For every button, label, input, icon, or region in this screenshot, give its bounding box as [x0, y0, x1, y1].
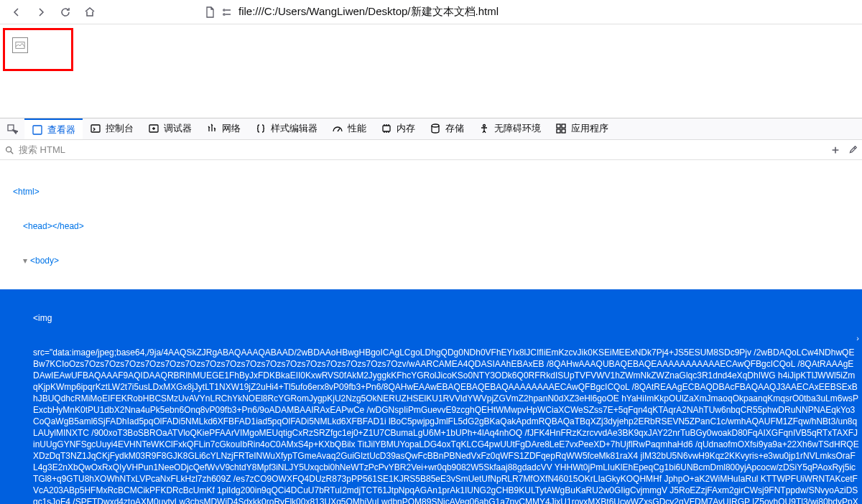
home-button[interactable]: [79, 2, 101, 22]
svg-rect-4: [33, 126, 42, 134]
svg-point-8: [432, 124, 439, 127]
url-text: file:///C:/Users/WangLiwen/Desktop/新建文本文…: [238, 5, 499, 19]
eyedropper-icon[interactable]: [848, 145, 858, 155]
reload-button[interactable]: [55, 2, 76, 22]
svg-point-9: [483, 124, 486, 126]
tab-memory[interactable]: 内存: [374, 118, 422, 139]
pick-element-button[interactable]: [0, 118, 24, 139]
page-viewport: [0, 24, 862, 118]
permissions-icon: [221, 6, 233, 18]
svg-rect-13: [562, 129, 565, 133]
tab-performance[interactable]: 性能: [325, 118, 374, 139]
tab-accessibility[interactable]: 无障碍环境: [471, 118, 548, 139]
tab-storage[interactable]: 存储: [422, 118, 471, 139]
devtools-panel: 查看器 控制台 调试器 网络 样式编辑器 性能 内存 存储 无障碍环境 应用程序…: [0, 118, 862, 504]
svg-point-0: [223, 9, 225, 10]
scroll-indicator: ›: [855, 332, 861, 344]
highlighted-broken-image[interactable]: [3, 28, 73, 71]
browser-navbar: file:///C:/Users/WangLiwen/Desktop/新建文本文…: [0, 0, 862, 24]
svg-rect-7: [383, 126, 390, 131]
search-input[interactable]: [19, 144, 826, 155]
svg-rect-5: [91, 125, 100, 132]
back-button[interactable]: [6, 2, 27, 22]
svg-rect-10: [557, 124, 560, 128]
tab-application[interactable]: 应用程序: [548, 118, 616, 139]
dom-tree[interactable]: <html> <head></head> ▾<body> <img src="d…: [0, 160, 862, 504]
file-icon: [204, 6, 216, 18]
devtools-tabbar: 查看器 控制台 调试器 网络 样式编辑器 性能 内存 存储 无障碍环境 应用程序: [0, 118, 862, 140]
search-icon: [4, 145, 14, 155]
tab-console[interactable]: 控制台: [83, 118, 141, 139]
add-button[interactable]: [830, 145, 840, 155]
tab-style-editor[interactable]: 样式编辑器: [248, 118, 325, 139]
html-search-bar: [0, 140, 862, 160]
broken-image-icon: [12, 37, 28, 53]
svg-rect-12: [557, 129, 560, 133]
url-bar[interactable]: file:///C:/Users/WangLiwen/Desktop/新建文本文…: [204, 5, 856, 19]
svg-rect-11: [562, 124, 565, 128]
tab-network[interactable]: 网络: [199, 118, 248, 139]
tab-inspector[interactable]: 查看器: [24, 118, 83, 139]
tab-debugger[interactable]: 调试器: [141, 118, 199, 139]
svg-point-1: [223, 13, 225, 14]
svg-point-14: [6, 146, 11, 151]
forward-button[interactable]: [30, 2, 52, 22]
